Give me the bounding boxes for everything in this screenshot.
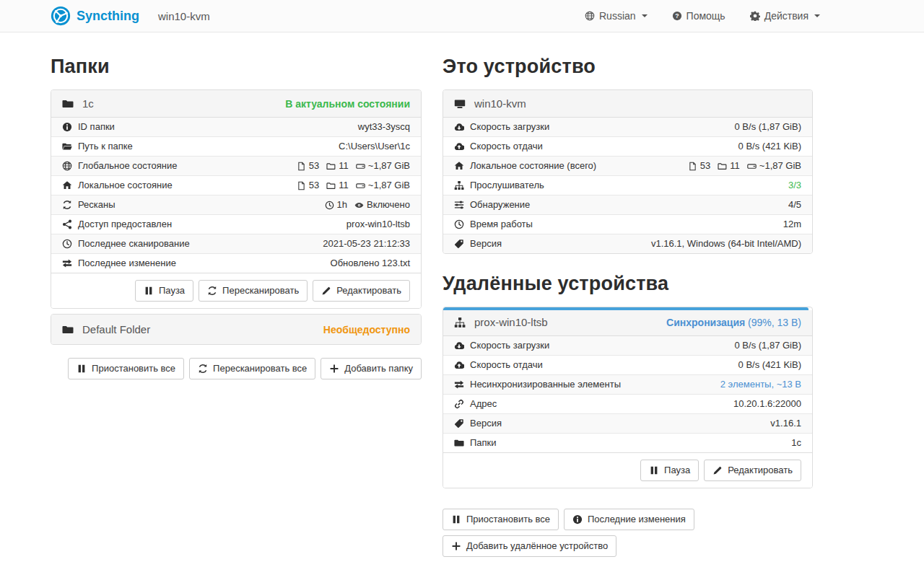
row-label: Последнее сканирование [62, 237, 190, 250]
folder-panel-heading[interactable]: 1c В актуальном состоянии [51, 90, 421, 117]
row-value: wyt33-3yscq [358, 120, 410, 133]
folder-icon [62, 98, 74, 110]
info-icon [62, 122, 72, 132]
syncthing-logo-icon [51, 6, 71, 26]
value-segment: 10.20.1.6:22000 [733, 398, 801, 410]
row-label: Последнее изменение [62, 257, 176, 270]
tag-icon [454, 239, 464, 249]
remote-device-panel: prox-win10-ltsb Синхронизация (99%, 13 B… [443, 307, 813, 488]
this-device-name: win10-kvm [474, 97, 801, 110]
remote-devices-heading: Удалённые устройства [443, 273, 813, 295]
edit-folder-button[interactable]: Редактировать [313, 280, 410, 302]
folder-name: Default Folder [82, 323, 315, 335]
cloud-download-icon [454, 122, 464, 132]
this-device-panel-heading[interactable]: win10-kvm [443, 90, 812, 117]
remote-device-actions: ПаузаРедактировать [443, 452, 812, 488]
device-icon [454, 98, 466, 110]
pause-icon [451, 514, 461, 524]
eye-icon [354, 201, 364, 210]
recent-changes-button[interactable]: Последние изменения [564, 509, 694, 530]
edit-device-button[interactable]: Редактировать [704, 460, 801, 481]
row-label: Ресканы [62, 198, 116, 211]
pencil-icon [712, 465, 723, 475]
row-value: Обновлено 123.txt [331, 257, 410, 270]
value-segment[interactable]: 2 элементы, ~13 B [720, 378, 801, 391]
help-menu-label: Помощь [687, 10, 725, 22]
syncthing-logo[interactable]: Syncthing [51, 6, 139, 26]
pencil-icon [321, 286, 331, 296]
language-menu[interactable]: Russian [585, 10, 648, 22]
row-label: Доступ предоставлен [62, 218, 172, 231]
share-icon [62, 219, 72, 229]
value-segment: ~1,87 GiB [747, 159, 801, 172]
folder-panel-1c: 1c В актуальном состоянии ID папкиwyt33-… [51, 89, 422, 309]
row-label: Скорость загрузки [454, 339, 549, 352]
folder-outline-icon [718, 162, 727, 171]
row-label: Путь к папке [62, 140, 133, 153]
refresh-icon [207, 286, 217, 296]
navbar-device-title: win10-kvm [158, 10, 210, 22]
pause-icon [144, 286, 154, 296]
this-device-details-table: Скорость загрузки0 B/s (1,87 GiB)Скорост… [443, 117, 812, 253]
value-segment: 0 B/s (421 KiB) [738, 359, 801, 372]
home-icon [454, 161, 464, 171]
row-label: Скорость загрузки [454, 120, 549, 133]
actions-menu[interactable]: Действия [750, 10, 820, 22]
row-value: 1c [791, 436, 801, 449]
row-label: Время работы [454, 218, 533, 231]
folder-details-table: ID папкиwyt33-3yscqПуть к папкеC:\Users\… [51, 117, 421, 273]
folder-outline-icon [326, 181, 336, 190]
folders-footer-actions: Приостановить всеПересканировать всеДоба… [51, 358, 422, 379]
row-value: 1hВключено [325, 198, 410, 211]
value-segment: 53 [297, 159, 319, 172]
file-icon [297, 162, 306, 171]
value-segment: 11 [326, 159, 349, 172]
table-row: Последнее сканирование2021-05-23 21:12:3… [51, 234, 421, 253]
pause-all-devices-button[interactable]: Приостановить все [443, 509, 559, 530]
remote-device-details-table: Скорость загрузки0 B/s (1,87 GiB)Скорост… [443, 335, 812, 452]
remote-device-panel-heading[interactable]: prox-win10-ltsb Синхронизация (99%, 13 B… [443, 310, 812, 335]
caret-down-icon [642, 14, 648, 17]
add-remote-device-button[interactable]: Добавить удалённое устройство [443, 535, 616, 557]
tag-icon [454, 418, 464, 429]
value-segment: v1.16.1 [770, 417, 801, 430]
row-value: 2021-05-23 21:12:33 [323, 237, 410, 250]
pause-folder-button[interactable]: Пауза [135, 280, 193, 302]
pause-device-button[interactable]: Пауза [640, 460, 699, 481]
value-segment: 4/5 [788, 198, 801, 211]
table-row: Последнее изменениеОбновлено 123.txt [51, 253, 421, 273]
value-segment: v1.16.1, Windows (64-bit Intel/AMD) [651, 237, 801, 250]
row-label: Локальное состояние [62, 179, 173, 192]
add-folder-button[interactable]: Добавить папку [321, 358, 422, 379]
row-value: 5311~1,87 GiB [297, 179, 410, 192]
pause-all-folders-button[interactable]: Приостановить все [68, 358, 184, 379]
clock-icon [454, 219, 464, 229]
value-segment: prox-win10-ltsb [346, 218, 410, 231]
globe-icon [62, 161, 72, 171]
value-segment: 12m [783, 218, 801, 231]
row-label: Папки [454, 436, 497, 449]
row-value: 4/5 [788, 198, 801, 211]
table-row: Прослушиватель3/3 [443, 175, 812, 195]
plus-icon [451, 541, 461, 551]
table-row: Версияv1.16.1, Windows (64-bit Intel/AMD… [443, 234, 812, 253]
row-label: Обнаружение [454, 198, 530, 211]
row-value: prox-win10-ltsb [346, 218, 410, 231]
table-row: Адрес10.20.1.6:22000 [443, 394, 812, 413]
value-segment: wyt33-3yscq [358, 120, 410, 133]
folder-panel-heading[interactable]: Default Folder Необщедоступно [51, 315, 421, 344]
cloud-download-icon [454, 341, 464, 351]
rescan-folder-button[interactable]: Пересканировать [199, 280, 308, 302]
value-segment: 53 [688, 159, 710, 172]
folder-icon [454, 438, 464, 448]
table-row: Скорость загрузки0 B/s (1,87 GiB) [443, 118, 812, 136]
help-menu[interactable]: Помощь [672, 10, 725, 22]
row-label: Версия [454, 417, 502, 430]
rescan-all-folders-button[interactable]: Пересканировать все [189, 358, 315, 379]
file-icon [297, 181, 306, 190]
value-segment: Включено [354, 198, 410, 211]
exchange-icon [62, 258, 72, 268]
table-row: Обнаружение4/5 [443, 195, 812, 214]
row-label: Несинхронизированные элементы [454, 378, 621, 391]
value-segment: 1h [325, 198, 347, 211]
